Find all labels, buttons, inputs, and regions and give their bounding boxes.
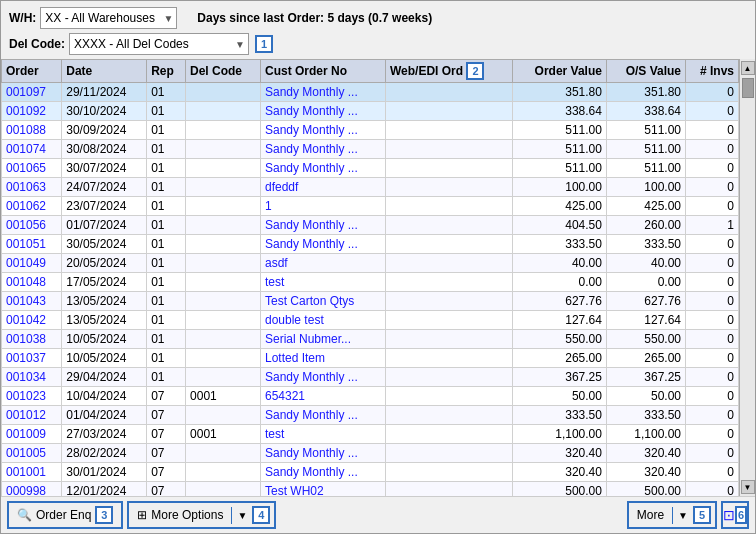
table-row[interactable]: 00103810/05/202401Serial Nubmer...550.00…: [2, 330, 739, 349]
table-cell[interactable]: Sandy Monthly ...: [261, 140, 386, 159]
table-row[interactable]: 00104213/05/202401double test127.64127.6…: [2, 311, 739, 330]
table-row[interactable]: 00105601/07/202401Sandy Monthly ...404.5…: [2, 216, 739, 235]
table-cell: 0.00: [513, 273, 607, 292]
table-cell[interactable]: 001056: [2, 216, 62, 235]
table-cell[interactable]: 001065: [2, 159, 62, 178]
wh-select-wrapper[interactable]: XX - All Warehouses ▼: [40, 7, 177, 29]
table-cell: 40.00: [513, 254, 607, 273]
table-cell[interactable]: 1: [261, 197, 386, 216]
table-cell[interactable]: Sandy Monthly ...: [261, 406, 386, 425]
table-row[interactable]: 00103710/05/202401Lotted Item265.00265.0…: [2, 349, 739, 368]
table-cell[interactable]: Sandy Monthly ...: [261, 463, 386, 482]
more-options-arrow[interactable]: ▼: [231, 507, 252, 524]
badge-1[interactable]: 1: [255, 35, 273, 53]
table-cell: [385, 311, 512, 330]
table-row[interactable]: 00109729/11/202401Sandy Monthly ...351.8…: [2, 83, 739, 102]
table-cell[interactable]: 001009: [2, 425, 62, 444]
table-cell[interactable]: 000998: [2, 482, 62, 497]
table-cell[interactable]: Serial Nubmer...: [261, 330, 386, 349]
table-cell[interactable]: 001034: [2, 368, 62, 387]
table-cell[interactable]: Sandy Monthly ...: [261, 159, 386, 178]
table-cell[interactable]: 001088: [2, 121, 62, 140]
scrollbar-up[interactable]: ▲: [741, 61, 755, 75]
table-cell: 1,100.00: [513, 425, 607, 444]
table-cell[interactable]: 001092: [2, 102, 62, 121]
table-cell[interactable]: 001037: [2, 349, 62, 368]
table-cell[interactable]: 001097: [2, 83, 62, 102]
table-cell[interactable]: Test Carton Qtys: [261, 292, 386, 311]
table-row[interactable]: 00100927/03/2024070001test1,100.001,100.…: [2, 425, 739, 444]
table-row[interactable]: 00100528/02/202407Sandy Monthly ...320.4…: [2, 444, 739, 463]
badge-2[interactable]: 2: [466, 62, 484, 80]
table-cell[interactable]: 001005: [2, 444, 62, 463]
more-button[interactable]: More ▼ 5: [627, 501, 717, 529]
exit-button[interactable]: ⊡ 6: [721, 501, 749, 529]
table-row[interactable]: 00106223/07/2024011425.00425.000: [2, 197, 739, 216]
table-cell[interactable]: 001038: [2, 330, 62, 349]
delcode-select[interactable]: XXXX - All Del Codes: [69, 33, 249, 55]
table-row[interactable]: 00100130/01/202407Sandy Monthly ...320.4…: [2, 463, 739, 482]
table-cell[interactable]: 001001: [2, 463, 62, 482]
table-cell: 338.64: [513, 102, 607, 121]
table-cell[interactable]: Test WH02: [261, 482, 386, 497]
table-cell[interactable]: 654321: [261, 387, 386, 406]
table-row[interactable]: 00101201/04/202407Sandy Monthly ...333.5…: [2, 406, 739, 425]
table-cell[interactable]: 001043: [2, 292, 62, 311]
scrollbar-thumb[interactable]: [742, 78, 754, 98]
table-cell[interactable]: 001023: [2, 387, 62, 406]
table-scrollbar[interactable]: ▲ ▼: [739, 59, 755, 496]
table-cell: [385, 178, 512, 197]
table-cell: [385, 368, 512, 387]
table-cell[interactable]: Lotted Item: [261, 349, 386, 368]
table-cell[interactable]: test: [261, 425, 386, 444]
table-cell[interactable]: Sandy Monthly ...: [261, 444, 386, 463]
table-cell[interactable]: Sandy Monthly ...: [261, 235, 386, 254]
badge-4[interactable]: 4: [252, 506, 270, 524]
table-cell: [186, 83, 261, 102]
table-row[interactable]: 00102310/04/202407000165432150.0050.000: [2, 387, 739, 406]
table-cell[interactable]: 001049: [2, 254, 62, 273]
table-cell[interactable]: Sandy Monthly ...: [261, 121, 386, 140]
table-cell[interactable]: 001012: [2, 406, 62, 425]
more-options-button[interactable]: ⊞ More Options ▼ 4: [127, 501, 276, 529]
badge-6-footer[interactable]: 6: [735, 506, 747, 524]
table-row[interactable]: 00109230/10/202401Sandy Monthly ...338.6…: [2, 102, 739, 121]
table-row[interactable]: 00104313/05/202401Test Carton Qtys627.76…: [2, 292, 739, 311]
badge-5[interactable]: 5: [693, 506, 711, 524]
table-row[interactable]: 00107430/08/202401Sandy Monthly ...511.0…: [2, 140, 739, 159]
table-row[interactable]: 00099812/01/202407Test WH02500.00500.000: [2, 482, 739, 497]
table-cell: 0: [686, 273, 739, 292]
table-cell[interactable]: 001063: [2, 178, 62, 197]
table-cell[interactable]: 001048: [2, 273, 62, 292]
scrollbar-down[interactable]: ▼: [741, 480, 755, 494]
order-enq-button[interactable]: 🔍 Order Enq 3: [7, 501, 123, 529]
badge-3[interactable]: 3: [95, 506, 113, 524]
table-cell[interactable]: Sandy Monthly ...: [261, 216, 386, 235]
table-cell[interactable]: double test: [261, 311, 386, 330]
scrollbar-track[interactable]: [741, 76, 755, 479]
table-cell[interactable]: dfeddf: [261, 178, 386, 197]
table-cell[interactable]: Sandy Monthly ...: [261, 83, 386, 102]
more-arrow[interactable]: ▼: [672, 507, 693, 524]
delcode-select-wrapper[interactable]: XXXX - All Del Codes ▼: [69, 33, 249, 55]
table-cell: 07: [147, 463, 186, 482]
table-row[interactable]: 00105130/05/202401Sandy Monthly ...333.5…: [2, 235, 739, 254]
table-cell: 0001: [186, 387, 261, 406]
table-cell[interactable]: Sandy Monthly ...: [261, 368, 386, 387]
table-row[interactable]: 00106530/07/202401Sandy Monthly ...511.0…: [2, 159, 739, 178]
table-cell[interactable]: test: [261, 273, 386, 292]
more-main[interactable]: More: [629, 505, 672, 525]
table-cell[interactable]: asdf: [261, 254, 386, 273]
table-row[interactable]: 00104920/05/202401asdf40.0040.000: [2, 254, 739, 273]
table-cell[interactable]: 001074: [2, 140, 62, 159]
table-cell[interactable]: Sandy Monthly ...: [261, 102, 386, 121]
table-cell[interactable]: 001042: [2, 311, 62, 330]
table-row[interactable]: 00106324/07/202401dfeddf100.00100.000: [2, 178, 739, 197]
table-cell[interactable]: 001051: [2, 235, 62, 254]
table-row[interactable]: 00104817/05/202401test0.000.000: [2, 273, 739, 292]
table-cell[interactable]: 001062: [2, 197, 62, 216]
more-options-main[interactable]: ⊞ More Options: [129, 505, 231, 525]
wh-select[interactable]: XX - All Warehouses: [40, 7, 177, 29]
table-row[interactable]: 00103429/04/202401Sandy Monthly ...367.2…: [2, 368, 739, 387]
table-row[interactable]: 00108830/09/202401Sandy Monthly ...511.0…: [2, 121, 739, 140]
